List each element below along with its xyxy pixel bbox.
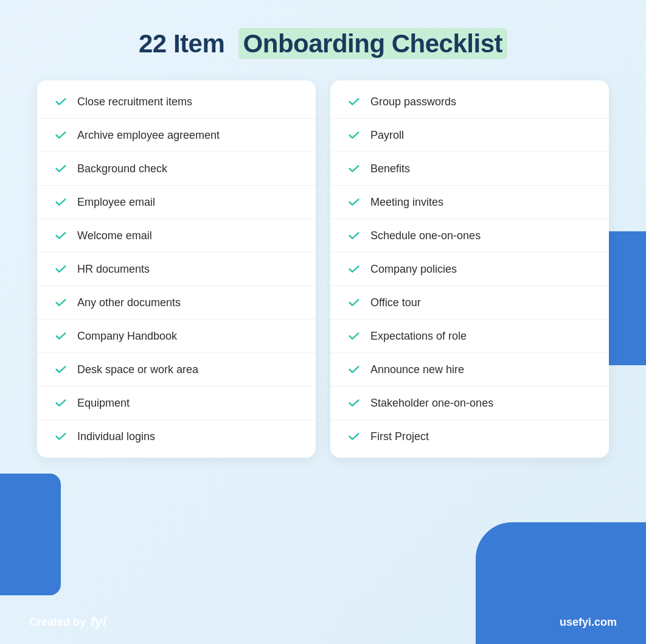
page-header: 22 Item Onboarding Checklist (139, 29, 507, 58)
check-icon (347, 296, 361, 309)
check-icon (347, 95, 361, 108)
list-item: HR documents (37, 253, 316, 286)
list-item: Employee email (37, 186, 316, 219)
item-label: Employee email (77, 196, 155, 209)
list-item: Announce new hire (330, 353, 609, 387)
decorative-shape-left (0, 474, 61, 595)
check-icon (347, 329, 361, 343)
right-checklist-card: Group passwords Payroll Benefits Meeting… (330, 80, 609, 458)
item-label: Benefits (370, 163, 410, 175)
title-highlight: Onboarding Checklist (238, 28, 507, 59)
list-item: Expectations of role (330, 320, 609, 353)
list-item: Archive employee agreement (37, 119, 316, 152)
check-icon (54, 229, 68, 242)
list-item: Background check (37, 152, 316, 186)
footer-brand: Created by fyi (29, 614, 106, 630)
footer-url: usefyi.com (560, 616, 617, 629)
item-label: Equipment (77, 397, 130, 410)
check-icon (347, 162, 361, 175)
check-icon (54, 329, 68, 343)
list-item: Equipment (37, 387, 316, 420)
check-icon (54, 128, 68, 142)
list-item: Group passwords (330, 85, 609, 119)
check-icon (54, 363, 68, 376)
check-icon (54, 296, 68, 309)
list-item: Any other documents (37, 286, 316, 320)
list-item: Company policies (330, 253, 609, 286)
left-checklist-card: Close recruitment items Archive employee… (37, 80, 316, 458)
check-icon (54, 262, 68, 276)
item-label: Individual logins (77, 430, 155, 443)
created-by-label: Created by (29, 616, 86, 629)
item-label: Any other documents (77, 296, 181, 309)
list-item: Desk space or work area (37, 353, 316, 387)
item-label: Close recruitment items (77, 96, 192, 108)
list-item: Office tour (330, 286, 609, 320)
list-item: First Project (330, 420, 609, 453)
check-icon (347, 128, 361, 142)
list-item: Meeting invites (330, 186, 609, 219)
item-label: Company Handbook (77, 330, 177, 343)
check-icon (347, 229, 361, 242)
check-icon (54, 195, 68, 209)
item-label: First Project (370, 430, 429, 443)
footer: Created by fyi usefyi.com (0, 600, 646, 644)
page-title: 22 Item Onboarding Checklist (139, 29, 507, 58)
list-item: Benefits (330, 152, 609, 186)
check-icon (54, 95, 68, 108)
item-label: Archive employee agreement (77, 129, 220, 142)
item-label: Desk space or work area (77, 363, 198, 376)
check-icon (54, 396, 68, 410)
check-icon (54, 162, 68, 175)
list-item: Company Handbook (37, 320, 316, 353)
item-label: Schedule one-on-ones (370, 229, 481, 242)
item-label: Announce new hire (370, 363, 464, 376)
item-label: Background check (77, 163, 167, 175)
item-label: Group passwords (370, 96, 456, 108)
item-label: Welcome email (77, 229, 152, 242)
list-item: Payroll (330, 119, 609, 152)
item-label: Office tour (370, 296, 421, 309)
check-icon (347, 195, 361, 209)
list-item: Individual logins (37, 420, 316, 453)
item-label: Meeting invites (370, 196, 443, 209)
item-label: HR documents (77, 263, 150, 276)
check-icon (347, 262, 361, 276)
title-prefix: 22 Item (139, 29, 224, 58)
list-item: Close recruitment items (37, 85, 316, 119)
list-item: Schedule one-on-ones (330, 219, 609, 253)
brand-name: fyi (91, 614, 106, 630)
check-icon (347, 430, 361, 443)
item-label: Payroll (370, 129, 404, 142)
item-label: Expectations of role (370, 330, 467, 343)
item-label: Company policies (370, 263, 457, 276)
check-icon (347, 396, 361, 410)
list-item: Welcome email (37, 219, 316, 253)
check-icon (54, 430, 68, 443)
checklist-columns: Close recruitment items Archive employee… (37, 80, 609, 458)
item-label: Stakeholder one-on-ones (370, 397, 493, 410)
list-item: Stakeholder one-on-ones (330, 387, 609, 420)
check-icon (347, 363, 361, 376)
